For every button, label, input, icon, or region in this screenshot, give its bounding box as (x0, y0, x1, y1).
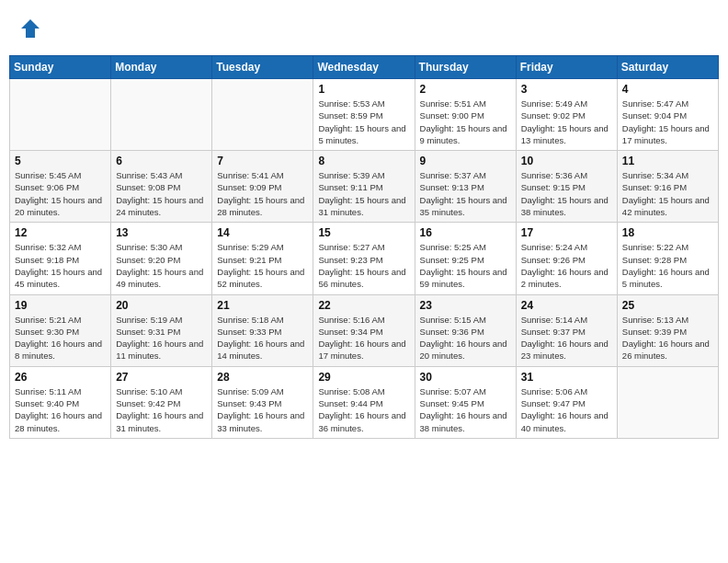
day-number: 19 (15, 299, 106, 312)
calendar-cell: 23Sunrise: 5:15 AM Sunset: 9:36 PM Dayli… (415, 294, 516, 366)
day-number: 4 (622, 83, 713, 96)
weekday-header-tuesday: Tuesday (212, 56, 313, 79)
calendar-cell: 21Sunrise: 5:18 AM Sunset: 9:33 PM Dayli… (212, 294, 313, 366)
week-row-1: 1Sunrise: 5:53 AM Sunset: 8:59 PM Daylig… (10, 79, 719, 151)
day-detail: Sunrise: 5:24 AM Sunset: 9:26 PM Dayligh… (521, 241, 612, 290)
day-detail: Sunrise: 5:14 AM Sunset: 9:37 PM Dayligh… (521, 314, 612, 362)
day-number: 9 (420, 155, 511, 167)
day-number: 11 (622, 155, 713, 167)
calendar-cell: 14Sunrise: 5:29 AM Sunset: 9:21 PM Dayli… (212, 223, 313, 294)
calendar-cell: 20Sunrise: 5:19 AM Sunset: 9:31 PM Dayli… (111, 294, 212, 366)
day-number: 31 (521, 371, 612, 384)
calendar-cell: 17Sunrise: 5:24 AM Sunset: 9:26 PM Dayli… (516, 223, 617, 294)
day-number: 20 (116, 299, 207, 312)
day-number: 13 (116, 226, 207, 239)
day-detail: Sunrise: 5:41 AM Sunset: 9:09 PM Dayligh… (217, 169, 308, 218)
day-detail: Sunrise: 5:18 AM Sunset: 9:33 PM Dayligh… (217, 314, 308, 362)
calendar-cell: 2Sunrise: 5:51 AM Sunset: 9:00 PM Daylig… (415, 79, 516, 151)
day-detail: Sunrise: 5:36 AM Sunset: 9:15 PM Dayligh… (521, 169, 612, 218)
day-number: 14 (217, 226, 308, 239)
weekday-header-saturday: Saturday (617, 56, 718, 79)
calendar-cell: 7Sunrise: 5:41 AM Sunset: 9:09 PM Daylig… (212, 151, 313, 223)
calendar-cell: 8Sunrise: 5:39 AM Sunset: 9:11 PM Daylig… (313, 151, 415, 223)
day-detail: Sunrise: 5:30 AM Sunset: 9:20 PM Dayligh… (116, 241, 207, 290)
day-detail: Sunrise: 5:49 AM Sunset: 9:02 PM Dayligh… (521, 98, 612, 146)
calendar-cell: 3Sunrise: 5:49 AM Sunset: 9:02 PM Daylig… (516, 79, 617, 151)
day-detail: Sunrise: 5:09 AM Sunset: 9:43 PM Dayligh… (217, 385, 308, 434)
calendar-cell: 16Sunrise: 5:25 AM Sunset: 9:25 PM Dayli… (415, 223, 516, 294)
calendar-cell: 31Sunrise: 5:06 AM Sunset: 9:47 PM Dayli… (516, 366, 617, 438)
day-number: 2 (420, 83, 511, 96)
day-number: 10 (521, 155, 612, 167)
calendar-cell: 24Sunrise: 5:14 AM Sunset: 9:37 PM Dayli… (516, 294, 617, 366)
day-detail: Sunrise: 5:15 AM Sunset: 9:36 PM Dayligh… (420, 314, 511, 362)
calendar-cell: 27Sunrise: 5:10 AM Sunset: 9:42 PM Dayli… (111, 366, 212, 438)
day-detail: Sunrise: 5:16 AM Sunset: 9:34 PM Dayligh… (318, 314, 409, 362)
day-detail: Sunrise: 5:19 AM Sunset: 9:31 PM Dayligh… (116, 314, 207, 362)
calendar-cell (617, 366, 718, 438)
day-number: 8 (318, 155, 409, 167)
day-number: 6 (116, 155, 207, 167)
day-detail: Sunrise: 5:43 AM Sunset: 9:08 PM Dayligh… (116, 169, 207, 218)
day-detail: Sunrise: 5:51 AM Sunset: 9:00 PM Dayligh… (420, 98, 511, 146)
week-row-2: 5Sunrise: 5:45 AM Sunset: 9:06 PM Daylig… (10, 151, 719, 223)
day-detail: Sunrise: 5:53 AM Sunset: 8:59 PM Dayligh… (318, 98, 409, 146)
calendar-cell: 25Sunrise: 5:13 AM Sunset: 9:39 PM Dayli… (617, 294, 718, 366)
calendar-cell: 11Sunrise: 5:34 AM Sunset: 9:16 PM Dayli… (617, 151, 718, 223)
day-detail: Sunrise: 5:08 AM Sunset: 9:44 PM Dayligh… (318, 385, 409, 434)
day-number: 16 (420, 226, 511, 239)
logo (17, 15, 48, 42)
day-detail: Sunrise: 5:47 AM Sunset: 9:04 PM Dayligh… (622, 98, 713, 146)
day-detail: Sunrise: 5:11 AM Sunset: 9:40 PM Dayligh… (15, 385, 106, 434)
day-number: 5 (15, 155, 106, 167)
calendar-cell: 28Sunrise: 5:09 AM Sunset: 9:43 PM Dayli… (212, 366, 313, 438)
day-number: 23 (420, 299, 511, 312)
calendar-cell: 22Sunrise: 5:16 AM Sunset: 9:34 PM Dayli… (313, 294, 415, 366)
day-number: 21 (217, 299, 308, 312)
calendar-cell: 4Sunrise: 5:47 AM Sunset: 9:04 PM Daylig… (617, 79, 718, 151)
day-detail: Sunrise: 5:07 AM Sunset: 9:45 PM Dayligh… (420, 385, 511, 434)
week-row-3: 12Sunrise: 5:32 AM Sunset: 9:18 PM Dayli… (10, 223, 719, 294)
day-number: 22 (318, 299, 409, 312)
day-detail: Sunrise: 5:21 AM Sunset: 9:30 PM Dayligh… (15, 314, 106, 362)
calendar-cell: 18Sunrise: 5:22 AM Sunset: 9:28 PM Dayli… (617, 223, 718, 294)
day-number: 17 (521, 226, 612, 239)
weekday-header-wednesday: Wednesday (313, 56, 415, 79)
day-number: 30 (420, 371, 511, 384)
calendar-cell: 10Sunrise: 5:36 AM Sunset: 9:15 PM Dayli… (516, 151, 617, 223)
calendar: SundayMondayTuesdayWednesdayThursdayFrid… (9, 55, 719, 439)
day-number: 24 (521, 299, 612, 312)
calendar-cell: 30Sunrise: 5:07 AM Sunset: 9:45 PM Dayli… (415, 366, 516, 438)
weekday-header-thursday: Thursday (415, 56, 516, 79)
calendar-cell (10, 79, 111, 151)
calendar-cell: 15Sunrise: 5:27 AM Sunset: 9:23 PM Dayli… (313, 223, 415, 294)
weekday-header-sunday: Sunday (10, 56, 111, 79)
weekday-header-friday: Friday (516, 56, 617, 79)
weekday-header-row: SundayMondayTuesdayWednesdayThursdayFrid… (10, 56, 719, 79)
calendar-cell (212, 79, 313, 151)
logo-icon (17, 15, 44, 42)
day-detail: Sunrise: 5:25 AM Sunset: 9:25 PM Dayligh… (420, 241, 511, 290)
calendar-cell: 13Sunrise: 5:30 AM Sunset: 9:20 PM Dayli… (111, 223, 212, 294)
calendar-cell: 29Sunrise: 5:08 AM Sunset: 9:44 PM Dayli… (313, 366, 415, 438)
day-detail: Sunrise: 5:22 AM Sunset: 9:28 PM Dayligh… (622, 241, 713, 290)
day-detail: Sunrise: 5:10 AM Sunset: 9:42 PM Dayligh… (116, 385, 207, 434)
week-row-5: 26Sunrise: 5:11 AM Sunset: 9:40 PM Dayli… (10, 366, 719, 438)
day-number: 7 (217, 155, 308, 167)
day-number: 1 (318, 83, 409, 96)
calendar-cell: 12Sunrise: 5:32 AM Sunset: 9:18 PM Dayli… (10, 223, 111, 294)
day-number: 3 (521, 83, 612, 96)
weekday-header-monday: Monday (111, 56, 212, 79)
day-number: 28 (217, 371, 308, 384)
page-header (9, 9, 719, 48)
day-number: 29 (318, 371, 409, 384)
day-detail: Sunrise: 5:06 AM Sunset: 9:47 PM Dayligh… (521, 385, 612, 434)
day-number: 12 (15, 226, 106, 239)
day-number: 15 (318, 226, 409, 239)
calendar-cell (111, 79, 212, 151)
day-detail: Sunrise: 5:34 AM Sunset: 9:16 PM Dayligh… (622, 169, 713, 218)
calendar-cell: 26Sunrise: 5:11 AM Sunset: 9:40 PM Dayli… (10, 366, 111, 438)
day-detail: Sunrise: 5:39 AM Sunset: 9:11 PM Dayligh… (318, 169, 409, 218)
day-detail: Sunrise: 5:27 AM Sunset: 9:23 PM Dayligh… (318, 241, 409, 290)
calendar-cell: 5Sunrise: 5:45 AM Sunset: 9:06 PM Daylig… (10, 151, 111, 223)
